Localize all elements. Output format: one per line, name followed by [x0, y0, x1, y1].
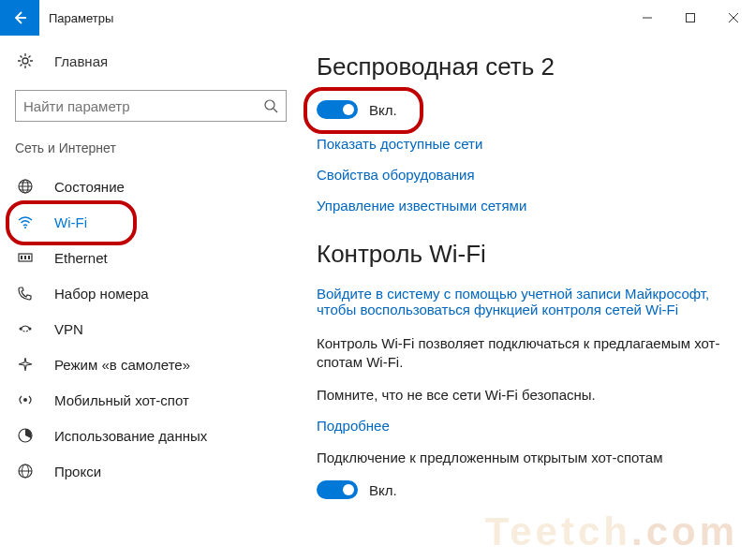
ethernet-icon: [17, 249, 34, 266]
phone-icon: [17, 285, 34, 302]
svg-point-1: [22, 58, 28, 64]
sidebar-item-proxy[interactable]: Прокси: [15, 453, 275, 489]
sidebar-item-label: Использование данных: [54, 428, 207, 444]
suggested-toggle[interactable]: [317, 480, 358, 499]
wifi-toggle-label: Вкл.: [369, 102, 397, 118]
link-hardware-props[interactable]: Свойства оборудования: [317, 167, 736, 183]
hotspot-icon: [17, 391, 34, 408]
sidebar: Главная Сеть и Интернет Состояние Wi-Fi …: [0, 36, 290, 560]
svg-point-5: [24, 227, 26, 228]
sidebar-item-label: Состояние: [54, 179, 125, 195]
main-content: Беспроводная сеть 2 Вкл. Показать доступ…: [290, 36, 755, 560]
wifi-icon: [17, 214, 34, 230]
vpn-icon: [17, 320, 34, 337]
titlebar: Параметры: [0, 0, 755, 36]
maximize-button[interactable]: [669, 0, 712, 36]
window-title: Параметры: [39, 0, 626, 36]
suggested-toggle-label: Вкл.: [369, 482, 397, 498]
svg-rect-8: [24, 256, 26, 259]
sidebar-item-datausage[interactable]: Использование данных: [15, 418, 275, 453]
wifi-sense-desc: Контроль Wi-Fi позволяет подключаться к …: [317, 334, 736, 373]
sidebar-item-label: Режим «в самолете»: [54, 357, 190, 373]
close-button[interactable]: [712, 0, 755, 36]
sidebar-item-label: Набор номера: [54, 286, 149, 302]
sidebar-item-label: Прокси: [54, 464, 101, 479]
data-usage-icon: [17, 427, 34, 444]
link-ms-signin[interactable]: Войдите в систему с помощью учетной запи…: [317, 286, 736, 317]
sidebar-item-wifi[interactable]: Wi-Fi: [15, 204, 275, 240]
page-heading: Беспроводная сеть 2: [317, 52, 736, 81]
nav-home[interactable]: Главная: [15, 49, 275, 73]
svg-rect-7: [21, 256, 22, 259]
sidebar-item-hotspot[interactable]: Мобильный хот-спот: [15, 382, 275, 418]
watermark: Teetch.com: [485, 509, 738, 554]
sidebar-item-label: VPN: [54, 321, 83, 337]
sidebar-item-vpn[interactable]: VPN: [15, 311, 275, 346]
sidebar-item-airplane[interactable]: Режим «в самолете»: [15, 346, 275, 382]
wifi-sense-heading: Контроль Wi-Fi: [317, 240, 736, 269]
search-input[interactable]: [23, 98, 263, 114]
svg-point-12: [23, 398, 27, 402]
wifi-toggle[interactable]: [317, 100, 358, 119]
svg-point-2: [265, 100, 274, 110]
svg-rect-0: [687, 14, 695, 22]
wifi-sense-warning: Помните, что не все сети Wi-Fi безопасны…: [317, 386, 736, 405]
sidebar-item-ethernet[interactable]: Ethernet: [15, 240, 275, 275]
sidebar-item-label: Мобильный хот-спот: [54, 392, 189, 408]
search-input-wrap[interactable]: [15, 90, 287, 122]
suggested-hotspot-label: Подключение к предложенным открытым хот-…: [317, 449, 736, 467]
window-controls: [626, 0, 755, 36]
search-icon: [263, 98, 278, 113]
back-button[interactable]: [0, 0, 39, 36]
gear-icon: [17, 52, 34, 69]
proxy-icon: [17, 463, 34, 479]
sidebar-item-status[interactable]: Состояние: [15, 169, 275, 204]
link-more[interactable]: Подробнее: [317, 418, 736, 434]
sidebar-item-label: Wi-Fi: [54, 214, 87, 230]
airplane-icon: [17, 356, 34, 373]
sidebar-item-label: Ethernet: [54, 250, 108, 266]
minimize-button[interactable]: [626, 0, 669, 36]
globe-icon: [17, 178, 34, 195]
nav-home-label: Главная: [54, 53, 108, 69]
link-show-networks[interactable]: Показать доступные сети: [317, 136, 736, 152]
sidebar-item-dialup[interactable]: Набор номера: [15, 275, 275, 311]
svg-rect-9: [28, 256, 30, 259]
sidebar-category: Сеть и Интернет: [15, 140, 275, 155]
link-manage-known[interactable]: Управление известными сетями: [317, 198, 736, 214]
